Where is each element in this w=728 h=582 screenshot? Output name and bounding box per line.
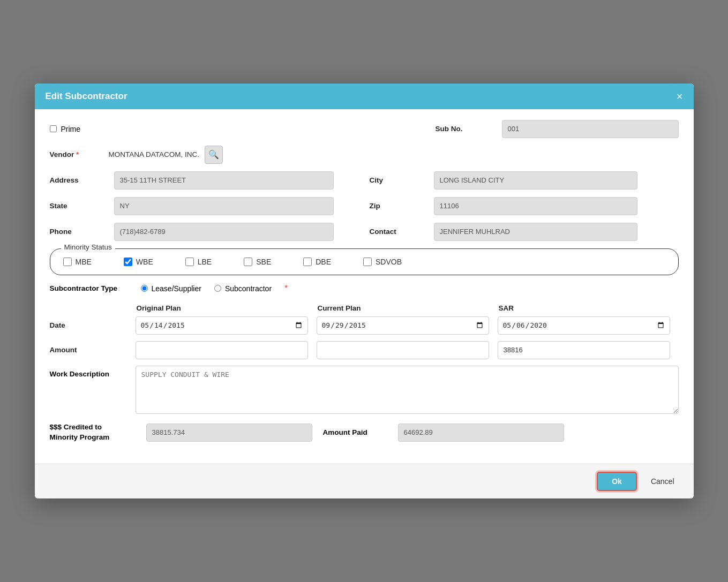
zip-label: Zip: [370, 202, 429, 210]
city-label: City: [370, 176, 429, 184]
sub-no-label: Sub No.: [436, 125, 494, 133]
minority-options: MBE WBE LBE SBE: [63, 258, 665, 266]
sdvob-label: SDVOB: [376, 258, 402, 266]
current-plan-date-input[interactable]: [317, 316, 489, 335]
modal-body: Prime Sub No. Vendor * MONTANA DATACOM, …: [35, 109, 694, 464]
work-description-row: Work Description: [50, 366, 679, 414]
cancel-button[interactable]: Cancel: [644, 473, 681, 490]
date-label: Date: [50, 321, 136, 329]
top-row: Prime Sub No.: [50, 120, 679, 138]
state-zip-row: State Zip: [50, 197, 679, 215]
phone-input[interactable]: [114, 223, 334, 241]
address-city-row: Address City: [50, 171, 679, 190]
amount-paid-label: Amount Paid: [323, 428, 387, 436]
close-button[interactable]: ×: [677, 91, 683, 102]
address-label: Address: [50, 176, 109, 184]
lbe-option: LBE: [185, 258, 212, 266]
subcontractor-label: Subcontractor: [225, 284, 272, 293]
contact-input[interactable]: [434, 223, 637, 241]
state-label: State: [50, 202, 109, 210]
city-col: City: [370, 171, 679, 190]
vendor-label: Vendor *: [50, 150, 109, 158]
vendor-row: Vendor * MONTANA DATACOM, INC. 🔍: [50, 146, 679, 164]
address-col: Address: [50, 171, 359, 190]
date-row: Date: [50, 316, 679, 335]
current-plan-header: Current Plan: [317, 304, 498, 312]
work-description-label: Work Description: [50, 366, 136, 378]
vendor-name: MONTANA DATACOM, INC.: [109, 150, 200, 158]
sar-date-input[interactable]: [498, 316, 670, 335]
modal-header: Edit Subcontractor ×: [35, 84, 694, 109]
subcontractor-radio[interactable]: [214, 285, 221, 292]
original-plan-date-input[interactable]: [136, 316, 308, 335]
contact-label: Contact: [370, 228, 429, 236]
plans-empty-header: [50, 304, 136, 312]
original-plan-header: Original Plan: [136, 304, 317, 312]
sbe-option: SBE: [244, 258, 271, 266]
amount-row: Amount: [50, 341, 679, 359]
wbe-checkbox[interactable]: [124, 258, 132, 266]
mbe-label: MBE: [76, 258, 92, 266]
subcontractor-type-label: Subcontractor Type: [50, 284, 141, 292]
credited-label: $$$ Credited toMinority Program: [50, 422, 136, 443]
dbe-option: DBE: [303, 258, 331, 266]
city-input[interactable]: [434, 171, 637, 190]
sbe-checkbox[interactable]: [244, 258, 252, 266]
wbe-label: WBE: [136, 258, 153, 266]
prime-checkbox-group: Prime: [50, 125, 81, 133]
work-description-textarea[interactable]: [136, 366, 679, 414]
sub-no-row: Sub No.: [436, 120, 679, 138]
credited-input[interactable]: [146, 424, 312, 442]
sdvob-checkbox[interactable]: [363, 258, 372, 266]
prime-checkbox[interactable]: [50, 125, 57, 132]
modal-title: Edit Subcontractor: [46, 91, 127, 102]
subcontractor-type-row: Subcontractor Type Lease/Supplier Subcon…: [50, 284, 679, 293]
contact-col: Contact: [370, 223, 679, 241]
minority-legend: Minority Status: [61, 243, 115, 251]
subcontractor-option: Subcontractor: [214, 284, 272, 293]
phone-label: Phone: [50, 228, 109, 236]
amount-paid-input[interactable]: [398, 424, 564, 442]
bottom-fields-row: $$$ Credited toMinority Program Amount P…: [50, 422, 679, 443]
sar-amount-input[interactable]: [498, 341, 670, 359]
lease-supplier-label: Lease/Supplier: [152, 284, 201, 293]
wbe-option: WBE: [124, 258, 153, 266]
state-input[interactable]: [114, 197, 334, 215]
original-plan-amount-input[interactable]: [136, 341, 308, 359]
subcontractor-type-group: Lease/Supplier Subcontractor *: [141, 284, 288, 293]
vendor-search-button[interactable]: 🔍: [205, 146, 223, 164]
ok-button[interactable]: Ok: [597, 472, 637, 491]
lease-supplier-radio[interactable]: [141, 285, 148, 292]
sar-header: SAR: [498, 304, 679, 312]
phone-col: Phone: [50, 223, 359, 241]
edit-subcontractor-modal: Edit Subcontractor × Prime Sub No. Vendo…: [35, 84, 694, 499]
sdvob-option: SDVOB: [363, 258, 402, 266]
mbe-checkbox[interactable]: [63, 258, 72, 266]
lease-supplier-option: Lease/Supplier: [141, 284, 201, 293]
prime-label: Prime: [61, 125, 81, 133]
address-input[interactable]: [114, 171, 334, 190]
dbe-label: DBE: [316, 258, 331, 266]
sbe-label: SBE: [256, 258, 271, 266]
modal-footer: Ok Cancel: [35, 464, 694, 498]
mbe-option: MBE: [63, 258, 92, 266]
state-col: State: [50, 197, 359, 215]
zip-col: Zip: [370, 197, 679, 215]
dbe-checkbox[interactable]: [303, 258, 312, 266]
zip-input[interactable]: [434, 197, 637, 215]
current-plan-amount-input[interactable]: [317, 341, 489, 359]
type-required-indicator: *: [284, 284, 288, 293]
sub-no-input[interactable]: [502, 120, 679, 138]
plans-header-row: Original Plan Current Plan SAR: [50, 304, 679, 312]
minority-status-section: Minority Status MBE WBE LBE: [50, 248, 679, 275]
phone-contact-row: Phone Contact: [50, 223, 679, 241]
amount-label: Amount: [50, 346, 136, 354]
search-icon: 🔍: [208, 149, 219, 160]
lbe-checkbox[interactable]: [185, 258, 194, 266]
lbe-label: LBE: [198, 258, 212, 266]
